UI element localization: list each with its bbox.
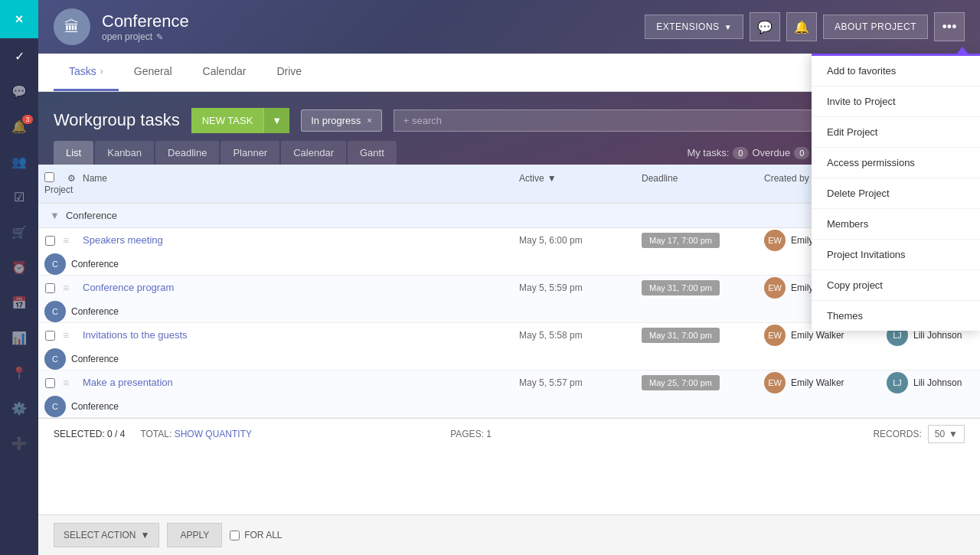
project-name-2: Conference [71, 306, 119, 317]
dropdown-arrow [956, 47, 969, 54]
view-tab-kanban[interactable]: Kanban [95, 141, 154, 165]
avatar-lili-2: LJ [887, 372, 908, 393]
new-task-arrow-button[interactable]: ▼ [263, 108, 289, 133]
col-checkbox [38, 172, 61, 184]
tab-general[interactable]: General [119, 54, 188, 91]
group-collapse-icon[interactable]: ▼ [50, 210, 60, 221]
filter-tag-in-progress: In progress × [301, 109, 381, 132]
task-link-3[interactable]: Invitations to the guests [83, 329, 507, 342]
apply-button[interactable]: APPLY [167, 523, 222, 547]
tab-drive[interactable]: Drive [261, 54, 317, 91]
sidebar-icon-checkmark[interactable]: ✓ [0, 38, 38, 73]
pages-section: PAGES: 1 [450, 429, 492, 439]
task-link-1[interactable]: Speakers meeting [83, 234, 507, 247]
task-deadline-2: May 31, 7:00 pm [635, 280, 758, 295]
show-quantity-link[interactable]: SHOW QUANTITY [175, 429, 252, 439]
menu-item-members[interactable]: Members [812, 209, 980, 240]
deadline-badge-2: May 31, 7:00 pm [642, 280, 720, 295]
tab-arrow-icon: › [100, 66, 103, 77]
task-deadline-3: May 31, 7:00 pm [635, 328, 758, 343]
menu-item-project-invitations[interactable]: Project Invitations [812, 240, 980, 270]
tab-calendar[interactable]: Calendar [188, 54, 262, 91]
sidebar-icon-people[interactable]: 👥 [0, 144, 38, 179]
col-project: Project [38, 184, 61, 195]
view-tab-calendar[interactable]: Calendar [281, 141, 346, 165]
task-link-4[interactable]: Make a presentation [83, 377, 507, 390]
menu-item-invite-project[interactable]: Invite to Project [812, 87, 980, 117]
deadline-badge-3: May 31, 7:00 pm [642, 328, 720, 343]
menu-item-access-permissions[interactable]: Access permissions [812, 148, 980, 178]
col-settings: ⚙ [61, 173, 77, 184]
task-project-1: C Conference [38, 253, 61, 275]
task-checkbox-4[interactable] [45, 378, 55, 388]
view-tab-deadline[interactable]: Deadline [155, 141, 219, 165]
view-tab-planner[interactable]: Planner [220, 141, 279, 165]
menu-item-themes[interactable]: Themes [812, 301, 980, 331]
for-all-checkbox[interactable] [230, 531, 240, 540]
user-name-emily-4: Emily Walker [791, 377, 844, 388]
drag-handle-4[interactable]: ≡ [61, 377, 77, 389]
sidebar-icon-cart[interactable]: 🛒 [0, 214, 38, 250]
task-created-by-4: EW Emily Walker [758, 372, 880, 393]
task-checkbox-3[interactable] [45, 331, 55, 341]
drag-handle-3[interactable]: ≡ [61, 329, 77, 341]
task-project-3: C Conference [38, 348, 61, 370]
sidebar-icon-calendar[interactable]: 📅 [0, 285, 38, 320]
project-name-1: Conference [71, 259, 119, 269]
for-all-label: FOR ALL [230, 530, 282, 540]
task-active-4: May 5, 5:57 pm [513, 377, 635, 388]
menu-item-delete-project[interactable]: Delete Project [812, 178, 980, 209]
sidebar-icon-add[interactable]: ➕ [0, 426, 38, 461]
edit-project-icon[interactable]: ✎ [156, 32, 163, 42]
task-checkbox-2[interactable] [45, 283, 55, 293]
user-name-lili-2: Lili Johnson [913, 377, 962, 388]
drag-handle-2[interactable]: ≡ [61, 282, 77, 294]
task-name-cell-2: Conference program [77, 276, 513, 301]
sidebar-icon-bell[interactable]: 🔔3 [0, 109, 38, 144]
view-tab-gantt[interactable]: Gantt [348, 141, 397, 165]
dropdown-menu: Add to favorites Invite to Project Edit … [812, 54, 980, 331]
task-link-2[interactable]: Conference program [83, 282, 507, 295]
sidebar-icon-clock[interactable]: ⏰ [0, 250, 38, 285]
drag-handle-1[interactable]: ≡ [61, 234, 77, 246]
sidebar-icon-tasks[interactable]: ☑ [0, 179, 38, 214]
sidebar-icon-chart[interactable]: 📊 [0, 320, 38, 355]
row-checkbox-4 [38, 378, 61, 388]
task-name-cell-4: Make a presentation [77, 371, 513, 396]
sidebar-icon-pin[interactable]: 📍 [0, 355, 38, 390]
more-menu-button[interactable]: ••• [934, 12, 965, 41]
extensions-button[interactable]: EXTENSIONS ▼ [645, 15, 743, 39]
select-action-button[interactable]: SELECT ACTION ▼ [54, 523, 159, 547]
task-checkbox-1[interactable] [45, 236, 55, 246]
avatar-emily-3: EW [764, 325, 786, 346]
select-action-arrow-icon: ▼ [140, 530, 149, 540]
tab-tasks[interactable]: Tasks › [54, 54, 119, 91]
project-title: Conference [102, 11, 189, 31]
project-icon-4: C [44, 396, 66, 417]
select-all-checkbox[interactable] [44, 172, 54, 182]
new-task-button[interactable]: NEW TASK [191, 108, 264, 133]
table-footer: SELECTED: 0 / 4 TOTAL: SHOW QUANTITY PAG… [38, 418, 980, 449]
sidebar-icon-chat[interactable]: 💬 [0, 73, 38, 109]
action-bar: SELECT ACTION ▼ APPLY FOR ALL [38, 514, 980, 555]
sidebar-icon-settings[interactable]: ⚙️ [0, 390, 38, 426]
view-tab-list[interactable]: List [54, 141, 93, 165]
menu-item-edit-project[interactable]: Edit Project [812, 117, 980, 148]
records-per-page-select[interactable]: 50 ▼ [928, 425, 965, 443]
menu-item-copy-project[interactable]: Copy project [812, 270, 980, 301]
project-avatar: 🏛 [54, 8, 90, 45]
settings-icon[interactable]: ⚙ [67, 173, 76, 184]
col-active[interactable]: Active ▼ [513, 173, 635, 184]
overdue-label[interactable]: Overdue [752, 147, 790, 158]
project-name-4: Conference [71, 401, 119, 412]
bell-button[interactable]: 🔔 [786, 12, 817, 41]
project-info: Conference open project ✎ [102, 11, 189, 42]
col-name: Name [77, 173, 513, 184]
filter-close-icon[interactable]: × [367, 116, 371, 125]
group-name: Conference [66, 210, 117, 221]
task-name-cell-3: Invitations to the guests [77, 323, 513, 348]
about-project-button[interactable]: ABOUT PROJECT [823, 15, 928, 39]
sidebar-close-button[interactable]: × [0, 0, 38, 38]
menu-item-add-favorites[interactable]: Add to favorites [812, 56, 980, 87]
chat-button[interactable]: 💬 [750, 12, 780, 41]
